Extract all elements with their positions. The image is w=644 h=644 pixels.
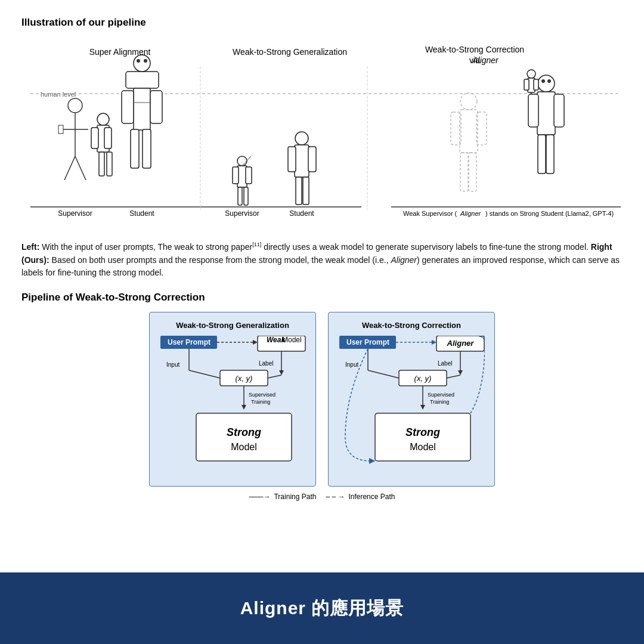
svg-text:Model: Model — [231, 442, 257, 452]
svg-text:Supervisor: Supervisor — [225, 209, 259, 218]
svg-point-25 — [97, 113, 109, 125]
svg-point-40 — [295, 132, 308, 145]
svg-rect-18 — [122, 91, 134, 123]
svg-point-58 — [527, 70, 535, 78]
svg-text:Student: Student — [289, 209, 314, 218]
svg-rect-61 — [534, 79, 538, 90]
svg-text:Student: Student — [129, 209, 154, 218]
svg-text:Model: Model — [282, 336, 302, 344]
svg-rect-64 — [460, 110, 478, 153]
svg-text:(x, y): (x, y) — [414, 374, 432, 383]
svg-line-86 — [189, 370, 220, 378]
svg-text:Input: Input — [345, 361, 358, 368]
left-pipeline-title: Weak-to-Strong Generalization — [160, 321, 305, 330]
training-arrow: ——→ — [249, 493, 270, 501]
svg-marker-80 — [279, 370, 284, 375]
svg-line-13 — [75, 156, 86, 180]
svg-rect-52 — [528, 94, 538, 127]
svg-text:Weak-to-Strong Generalization: Weak-to-Strong Generalization — [233, 47, 347, 57]
svg-rect-30 — [107, 152, 112, 176]
training-label: Training Path — [274, 493, 316, 501]
svg-text:Label: Label — [259, 360, 273, 367]
svg-rect-39 — [244, 187, 248, 205]
bottom-banner: Aligner 的應用場景 — [0, 572, 644, 644]
svg-point-56 — [541, 79, 545, 83]
svg-marker-102 — [458, 370, 463, 375]
svg-text:Strong: Strong — [227, 426, 261, 438]
svg-rect-54 — [538, 135, 546, 174]
svg-marker-98 — [432, 340, 436, 345]
right-pipeline-box: Weak-to-Strong Correction User Prompt Al… — [328, 312, 495, 487]
left-pipeline-box: Weak-to-Strong Generalization User Promp… — [149, 312, 316, 487]
left-label: Left: — [21, 242, 39, 252]
svg-text:Aligner: Aligner — [460, 210, 482, 217]
svg-point-63 — [460, 93, 477, 110]
legend-row: ——→ Training Path – – → Inference Path — [249, 493, 395, 501]
svg-text:Supervisor: Supervisor — [58, 209, 92, 218]
pipeline-diagram: Weak-to-Strong Generalization User Promp… — [21, 312, 623, 501]
svg-rect-17 — [134, 88, 150, 130]
svg-rect-53 — [554, 94, 564, 127]
svg-text:User Prompt: User Prompt — [168, 338, 210, 346]
svg-rect-60 — [524, 79, 529, 90]
aligner-italic: Aligner — [391, 255, 417, 265]
left-text2: directly uses a weak model to generate s… — [261, 242, 591, 252]
svg-rect-14 — [58, 125, 63, 134]
svg-marker-89 — [242, 405, 246, 410]
svg-line-12 — [64, 156, 75, 180]
svg-text:Weak Supervisor (: Weak Supervisor ( — [403, 210, 457, 217]
svg-text:Model: Model — [410, 442, 436, 452]
svg-rect-15 — [126, 72, 159, 88]
svg-text:Supervised: Supervised — [249, 392, 275, 398]
svg-rect-42 — [288, 147, 296, 172]
svg-point-24 — [144, 59, 147, 63]
svg-rect-36 — [233, 167, 239, 184]
svg-text:(x, y): (x, y) — [236, 374, 253, 383]
svg-text:Strong: Strong — [405, 426, 440, 438]
left-pipeline-svg: User Prompt Weak Model Label — [160, 336, 306, 473]
pipeline-section-title: Pipeline of Weak-to-Strong Correction — [21, 292, 623, 304]
svg-text:Weak-to-Strong Correction: Weak-to-Strong Correction — [425, 45, 524, 54]
page-container: Illustration of our pipeline Super Align… — [0, 0, 644, 644]
citation: [11] — [252, 242, 261, 247]
svg-point-9 — [68, 98, 82, 113]
svg-text:Training: Training — [251, 399, 270, 405]
svg-rect-29 — [99, 152, 104, 176]
svg-text:Supervised: Supervised — [428, 392, 454, 398]
svg-rect-38 — [238, 187, 242, 205]
svg-text:human level: human level — [41, 91, 76, 98]
svg-point-34 — [237, 156, 247, 166]
svg-rect-68 — [469, 153, 476, 191]
illustration-svg: Super Alignment Weak-to-Strong Generaliz… — [21, 37, 623, 228]
svg-marker-75 — [253, 340, 258, 345]
svg-marker-118 — [369, 458, 375, 464]
svg-rect-27 — [91, 128, 98, 148]
right-pipeline-title: Weak-to-Strong Correction — [339, 321, 484, 330]
svg-line-87 — [268, 375, 281, 378]
svg-rect-67 — [460, 153, 468, 191]
svg-point-16 — [134, 55, 150, 72]
svg-rect-51 — [537, 92, 555, 135]
svg-point-50 — [538, 75, 555, 92]
svg-point-23 — [137, 59, 140, 63]
svg-line-108 — [368, 370, 399, 378]
svg-rect-55 — [546, 135, 554, 174]
svg-marker-111 — [420, 405, 425, 410]
right-text: Based on both user prompts and the respo… — [21, 255, 620, 278]
svg-point-57 — [547, 79, 551, 83]
left-text: With the input of user prompts, The weak… — [42, 242, 252, 252]
pipeline-boxes-row: Weak-to-Strong Generalization User Promp… — [149, 312, 495, 487]
right-pipeline-svg: User Prompt Aligner Label Inpu — [339, 336, 485, 473]
description-paragraph: Left: With the input of user prompts, Th… — [21, 241, 623, 280]
banner-text: Aligner 的應用場景 — [240, 596, 404, 621]
svg-rect-41 — [295, 145, 309, 177]
separator: – – → — [326, 493, 345, 501]
svg-rect-28 — [104, 128, 112, 148]
svg-text:) stands on Strong Student  (L: ) stands on Strong Student (Llama2, GPT-… — [485, 210, 614, 217]
pipeline-illustration: Super Alignment Weak-to-Strong Generaliz… — [21, 37, 623, 230]
svg-rect-44 — [296, 177, 302, 205]
svg-line-109 — [447, 375, 460, 378]
svg-rect-37 — [246, 167, 252, 184]
inference-label: Inference Path — [348, 493, 395, 501]
svg-text:Aligner: Aligner — [472, 55, 499, 65]
